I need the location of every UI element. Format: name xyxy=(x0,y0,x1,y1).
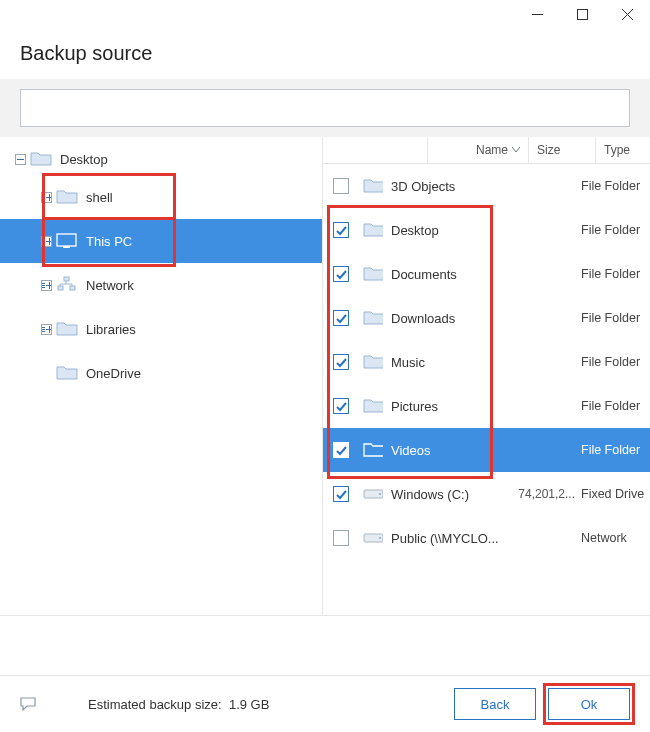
expand-icon[interactable] xyxy=(40,323,52,335)
tree-item-this-pc[interactable]: This PC xyxy=(0,219,322,263)
column-name-label: Name xyxy=(476,143,508,157)
ok-button-label: Ok xyxy=(581,697,598,712)
footer-buttons: Back Ok xyxy=(454,688,630,720)
item-type: File Folder xyxy=(581,311,650,325)
titlebar xyxy=(0,0,650,32)
svg-rect-1 xyxy=(578,9,588,19)
list-header: Name Size Type xyxy=(323,137,650,164)
item-name: Downloads xyxy=(391,311,507,326)
item-name: Music xyxy=(391,355,507,370)
checkbox[interactable] xyxy=(333,266,349,282)
column-size[interactable]: Size xyxy=(528,137,595,163)
list-row[interactable]: 3D ObjectsFile Folder xyxy=(323,164,650,208)
drive-icon xyxy=(363,530,383,546)
item-name: Documents xyxy=(391,267,507,282)
minimize-button[interactable] xyxy=(515,0,560,28)
list-row[interactable]: Windows (C:)74,201,2...Fixed Drive xyxy=(323,472,650,516)
estimate-value: 1.9 GB xyxy=(229,697,269,712)
estimate-label: Estimated backup size: xyxy=(88,697,222,712)
comment-icon[interactable] xyxy=(20,697,38,711)
list-row[interactable]: PicturesFile Folder xyxy=(323,384,650,428)
expand-icon[interactable] xyxy=(40,279,52,291)
folder-icon xyxy=(56,365,78,381)
tree-item-libraries[interactable]: Libraries xyxy=(0,307,322,351)
back-button[interactable]: Back xyxy=(454,688,536,720)
checkbox[interactable] xyxy=(333,222,349,238)
column-type-label: Type xyxy=(604,143,630,157)
tree-item-label: Libraries xyxy=(86,322,136,337)
item-type: File Folder xyxy=(581,179,650,193)
footer: Estimated backup size: 1.9 GB Back Ok xyxy=(0,675,650,732)
folder-icon xyxy=(363,354,383,370)
tree-item-desktop[interactable]: Desktop xyxy=(0,143,322,175)
folder-icon xyxy=(363,398,383,414)
monitor-icon xyxy=(56,233,78,249)
list-row[interactable]: Public (\\MYCLO...Network xyxy=(323,516,650,560)
item-name: Windows (C:) xyxy=(391,487,507,502)
drive-icon xyxy=(363,486,383,502)
item-name: Desktop xyxy=(391,223,507,238)
item-size: 74,201,2... xyxy=(507,487,581,501)
item-name: Videos xyxy=(391,443,507,458)
folder-icon xyxy=(363,310,383,326)
expand-icon[interactable] xyxy=(40,191,52,203)
search-input[interactable] xyxy=(20,89,630,127)
list-row[interactable]: VideosFile Folder xyxy=(323,428,650,472)
folder-icon xyxy=(363,442,383,458)
folder-icon xyxy=(30,151,52,167)
tree-item-network[interactable]: Network xyxy=(0,263,322,307)
dialog-window: Backup source DesktopshellThis PCNetwork… xyxy=(0,0,650,732)
folder-icon xyxy=(363,266,383,282)
svg-rect-0 xyxy=(532,14,543,15)
item-type: File Folder xyxy=(581,355,650,369)
list-row[interactable]: DesktopFile Folder xyxy=(323,208,650,252)
list-body[interactable]: 3D ObjectsFile FolderDesktopFile FolderD… xyxy=(323,164,650,615)
item-type: File Folder xyxy=(581,223,650,237)
folder-icon xyxy=(56,189,78,205)
folder-icon xyxy=(363,222,383,238)
searchbar-container xyxy=(0,79,650,137)
ok-button[interactable]: Ok xyxy=(548,688,630,720)
item-name: Public (\\MYCLO... xyxy=(391,531,507,546)
column-name[interactable]: Name xyxy=(427,137,528,163)
checkbox[interactable] xyxy=(333,442,349,458)
folder-tree[interactable]: DesktopshellThis PCNetworkLibrariesOneDr… xyxy=(0,137,322,615)
header: Backup source xyxy=(0,32,650,79)
checkbox[interactable] xyxy=(333,398,349,414)
checkbox[interactable] xyxy=(333,486,349,502)
tree-item-onedrive[interactable]: OneDrive xyxy=(0,351,322,395)
tree-item-label: This PC xyxy=(86,234,132,249)
back-button-label: Back xyxy=(481,697,510,712)
item-type: File Folder xyxy=(581,267,650,281)
network-icon xyxy=(56,277,78,293)
item-type: File Folder xyxy=(581,443,650,457)
tree-item-label: OneDrive xyxy=(86,366,141,381)
file-list: Name Size Type 3D ObjectsFile FolderDesk… xyxy=(322,137,650,615)
folder-icon xyxy=(363,178,383,194)
list-row[interactable]: DownloadsFile Folder xyxy=(323,296,650,340)
list-row[interactable]: DocumentsFile Folder xyxy=(323,252,650,296)
expand-icon[interactable] xyxy=(40,235,52,247)
column-type[interactable]: Type xyxy=(595,137,650,163)
tree-item-label: shell xyxy=(86,190,113,205)
item-name: 3D Objects xyxy=(391,179,507,194)
tree-item-shell[interactable]: shell xyxy=(0,175,322,219)
estimate-text: Estimated backup size: 1.9 GB xyxy=(88,697,269,712)
checkbox[interactable] xyxy=(333,530,349,546)
close-button[interactable] xyxy=(605,0,650,28)
folder-icon xyxy=(56,321,78,337)
checkbox[interactable] xyxy=(333,178,349,194)
page-title: Backup source xyxy=(20,42,630,65)
column-size-label: Size xyxy=(537,143,560,157)
list-row[interactable]: MusicFile Folder xyxy=(323,340,650,384)
collapse-icon[interactable] xyxy=(14,153,26,165)
expander-none xyxy=(40,367,52,379)
body: DesktopshellThis PCNetworkLibrariesOneDr… xyxy=(0,137,650,616)
item-type: Network xyxy=(581,531,650,545)
tree-item-label: Desktop xyxy=(60,152,108,167)
item-type: Fixed Drive xyxy=(581,487,650,501)
maximize-button[interactable] xyxy=(560,0,605,28)
checkbox[interactable] xyxy=(333,354,349,370)
checkbox[interactable] xyxy=(333,310,349,326)
sort-desc-icon xyxy=(512,147,520,153)
